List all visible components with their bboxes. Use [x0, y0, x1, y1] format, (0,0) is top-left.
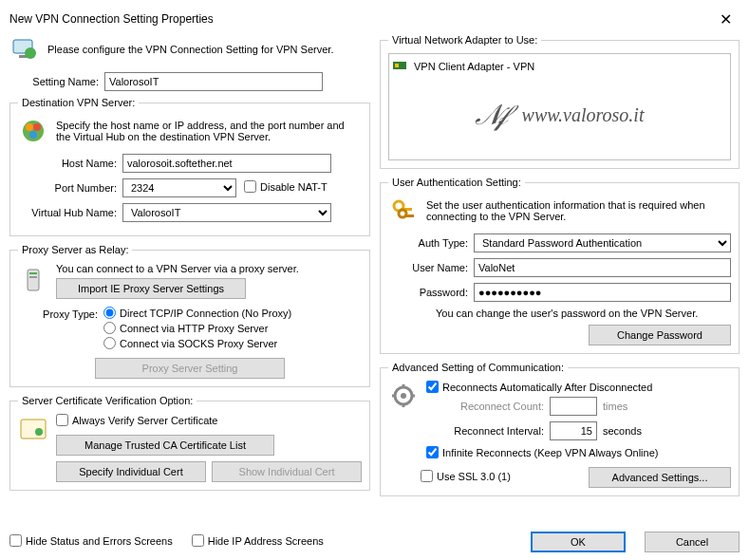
server-icon — [18, 266, 48, 296]
proxy-group: Proxy Server as Relay: You can connect t… — [9, 244, 370, 387]
proxy-http-radio[interactable] — [103, 322, 116, 334]
user-name-label: User Name: — [388, 262, 474, 273]
import-ie-proxy-button[interactable]: Import IE Proxy Server Settings — [56, 278, 246, 299]
vpn-icon — [9, 34, 40, 65]
hide-ip-label: Hide IP Address Screens — [208, 535, 324, 547]
hide-status-label: Hide Status and Errors Screens — [26, 535, 173, 547]
show-cert-button[interactable]: Show Individual Cert — [212, 461, 362, 482]
auth-type-label: Auth Type: — [388, 237, 474, 249]
globe-icon — [18, 116, 48, 146]
auth-type-select[interactable]: Standard Password Authentication — [474, 233, 731, 252]
advanced-legend: Advanced Setting of Communication: — [388, 362, 568, 373]
cert-legend: Server Certificate Verification Option: — [18, 395, 197, 406]
advanced-settings-button[interactable]: Advanced Settings... — [589, 467, 731, 488]
reconnect-interval-unit: seconds — [603, 425, 642, 437]
disable-nat-t-checkbox[interactable] — [244, 180, 256, 193]
always-verify-label: Always Verify Server Certificate — [72, 415, 217, 426]
virtual-hub-label: Virtual Hub Name: — [18, 207, 122, 218]
manage-ca-button[interactable]: Manage Trusted CA Certificate List — [56, 435, 274, 456]
proxy-direct-radio[interactable] — [103, 307, 116, 319]
svg-rect-10 — [21, 420, 46, 439]
reconnect-interval-label: Reconnect Interval: — [426, 425, 550, 437]
svg-point-2 — [25, 47, 36, 59]
gear-icon — [388, 381, 419, 411]
cert-group: Server Certificate Verification Option: … — [9, 395, 370, 491]
reconnect-interval-input[interactable] — [550, 421, 597, 440]
disable-nat-t-label: Disable NAT-T — [260, 181, 328, 193]
svg-rect-13 — [395, 64, 399, 67]
svg-rect-17 — [404, 215, 414, 217]
auth-desc: Set the user authentication information … — [426, 199, 731, 222]
svg-rect-8 — [29, 272, 37, 274]
svg-point-5 — [33, 123, 41, 131]
always-verify-checkbox[interactable] — [56, 414, 68, 426]
port-number-select[interactable]: 2324 — [122, 178, 236, 197]
proxy-http-label: Connect via HTTP Proxy Server — [120, 323, 268, 334]
adapter-legend: Virtual Network Adapter to Use: — [388, 34, 541, 46]
close-icon[interactable]: ✕ — [712, 10, 740, 28]
adapter-item-label: VPN Client Adapter - VPN — [414, 61, 534, 72]
hide-ip-checkbox[interactable] — [192, 534, 204, 547]
adapter-group: Virtual Network Adapter to Use: VPN Clie… — [380, 34, 740, 169]
cancel-button[interactable]: Cancel — [645, 532, 740, 552]
hide-status-checkbox[interactable] — [9, 534, 22, 547]
use-ssl-checkbox[interactable] — [421, 470, 433, 482]
password-hint: You can change the user's password on th… — [388, 308, 731, 319]
password-input[interactable] — [474, 283, 731, 302]
certificate-icon — [18, 414, 48, 444]
svg-point-6 — [29, 131, 37, 139]
window-title: New VPN Connection Setting Properties — [9, 12, 214, 26]
auth-group: User Authentication Setting: Set the use… — [380, 177, 740, 354]
svg-point-19 — [401, 393, 406, 399]
auth-legend: User Authentication Setting: — [388, 177, 525, 188]
virtual-hub-select[interactable]: ValorosoIT — [122, 203, 331, 222]
logo-watermark: 𝒩𝒻 www.valoroso.it — [393, 75, 726, 156]
destination-legend: Destination VPN Server: — [18, 97, 139, 108]
reconnect-count-label: Reconnect Count: — [426, 401, 550, 412]
setting-name-label: Setting Name: — [9, 76, 104, 87]
port-number-label: Port Number: — [18, 182, 122, 194]
destination-group: Destination VPN Server: Specify the host… — [9, 97, 370, 236]
reconnect-count-unit: times — [603, 401, 627, 412]
proxy-desc: You can connect to a VPN Server via a pr… — [56, 263, 362, 274]
proxy-socks-label: Connect via SOCKS Proxy Server — [120, 338, 277, 349]
host-name-input[interactable] — [122, 154, 331, 173]
adapter-list[interactable]: VPN Client Adapter - VPN 𝒩𝒻 www.valoroso… — [388, 53, 731, 160]
intro-text: Please configure the VPN Connection Sett… — [47, 44, 333, 55]
password-label: Password: — [388, 287, 474, 298]
setting-name-input[interactable] — [104, 72, 323, 91]
svg-point-4 — [26, 123, 33, 131]
reconnect-count-input[interactable] — [550, 397, 597, 416]
specify-cert-button[interactable]: Specify Individual Cert — [56, 461, 206, 482]
proxy-socks-radio[interactable] — [103, 337, 116, 349]
proxy-type-label: Proxy Type: — [18, 307, 103, 320]
network-adapter-icon — [393, 60, 408, 73]
ok-button[interactable]: OK — [531, 532, 626, 552]
proxy-direct-label: Direct TCP/IP Connection (No Proxy) — [120, 308, 291, 319]
infinite-reconnects-label: Infinite Reconnects (Keep VPN Always Onl… — [442, 447, 658, 458]
user-name-input[interactable] — [474, 258, 731, 277]
svg-point-11 — [35, 428, 43, 436]
proxy-legend: Proxy Server as Relay: — [18, 244, 132, 255]
proxy-server-setting-button[interactable]: Proxy Server Setting — [95, 358, 285, 379]
use-ssl-label: Use SSL 3.0 (1) — [437, 471, 511, 482]
destination-desc: Specify the host name or IP address, and… — [56, 120, 362, 142]
change-password-button[interactable]: Change Password — [589, 325, 731, 345]
infinite-reconnects-checkbox[interactable] — [426, 446, 439, 458]
host-name-label: Host Name: — [18, 158, 122, 169]
advanced-group: Advanced Setting of Communication: Recon… — [380, 362, 740, 496]
reconnect-auto-label: Reconnects Automatically After Disconnec… — [442, 382, 652, 393]
keys-icon — [388, 196, 419, 226]
svg-rect-9 — [29, 276, 37, 278]
reconnect-auto-checkbox[interactable] — [426, 381, 439, 393]
